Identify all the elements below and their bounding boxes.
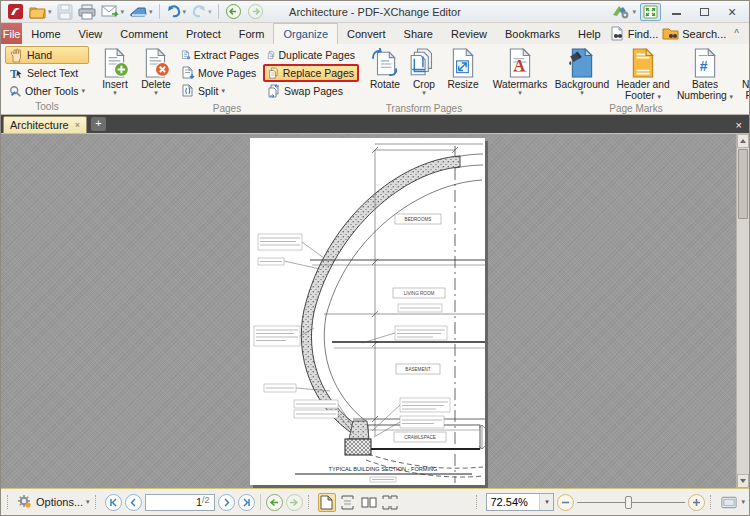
back-arrow-icon — [225, 3, 242, 20]
tab-review[interactable]: Review — [442, 23, 496, 44]
launch-application-button[interactable]: ▾ — [609, 2, 638, 21]
tab-file[interactable]: File — [1, 23, 22, 44]
resize-pages-button[interactable]: Resize — [443, 46, 483, 102]
scroll-down-button[interactable] — [737, 474, 749, 488]
tab-close-icon[interactable]: × — [75, 120, 80, 130]
move-pages-icon — [181, 66, 195, 80]
zoom-dropdown-caret-icon[interactable]: ▾ — [539, 494, 553, 510]
tab-bookmarks[interactable]: Bookmarks — [496, 23, 569, 44]
duplicate-pages-button[interactable]: Duplicate Pages — [263, 46, 359, 64]
print-button[interactable] — [76, 2, 98, 21]
other-tools-icon — [9, 84, 22, 99]
continuous-view-button[interactable] — [339, 493, 357, 512]
dropdown-caret-icon: ▾ — [518, 90, 522, 96]
tab-help[interactable]: Help — [569, 23, 610, 44]
history-forward-button[interactable] — [286, 494, 303, 511]
header-and-footer-button[interactable]: Header and Footer ▾ — [613, 46, 673, 102]
last-page-button[interactable] — [238, 494, 255, 511]
zoom-slider-thumb[interactable] — [625, 496, 632, 509]
app-logo-icon — [5, 2, 26, 21]
separator — [159, 4, 160, 19]
zoom-level-combobox[interactable]: ▾ — [486, 493, 554, 511]
single-page-view-button[interactable] — [318, 493, 336, 512]
crop-pages-button[interactable]: Crop ▾ — [405, 46, 443, 102]
delete-pages-button[interactable]: Delete ▾ — [135, 46, 177, 102]
document-canvas[interactable]: BEDROOMS LIVING ROOM BASEMENT CRAWLSPACE… — [1, 134, 749, 489]
previous-page-button[interactable] — [125, 494, 142, 511]
email-button[interactable]: ▾ — [99, 2, 127, 21]
tab-view[interactable]: View — [70, 23, 112, 44]
zoom-in-button[interactable] — [688, 494, 705, 511]
split-button[interactable]: Split ▾ — [177, 82, 263, 100]
two-page-view-button[interactable] — [360, 493, 378, 512]
new-tab-button[interactable]: + — [91, 117, 106, 131]
tab-protect[interactable]: Protect — [177, 23, 230, 44]
tab-organize[interactable]: Organize — [273, 23, 338, 44]
nav-back-button[interactable] — [223, 2, 244, 21]
first-page-button[interactable] — [105, 494, 122, 511]
fullscreen-toggle-button[interactable] — [640, 3, 661, 21]
search-button[interactable]: Search... — [662, 26, 726, 41]
redo-button[interactable]: ▾ — [189, 2, 214, 21]
scroll-up-button[interactable] — [737, 134, 749, 148]
zoom-slider[interactable] — [577, 494, 685, 511]
number-pages-label: Number Pages — [739, 79, 750, 101]
close-button[interactable]: × — [719, 3, 745, 20]
swap-pages-button[interactable]: Swap Pages — [263, 82, 359, 100]
find-button[interactable]: Find... — [610, 26, 659, 41]
nav-forward-button[interactable] — [245, 2, 266, 21]
page-number-field[interactable]: 1/2 — [145, 494, 215, 511]
split-label: Split — [198, 85, 218, 97]
maximize-button[interactable] — [691, 3, 717, 20]
scroll-up-icon — [740, 139, 746, 143]
tab-form[interactable]: Form — [230, 23, 274, 44]
next-page-button[interactable] — [218, 494, 235, 511]
fit-page-button[interactable] — [720, 493, 738, 512]
swap-pages-icon — [267, 84, 281, 98]
zoom-level-input[interactable] — [487, 496, 539, 508]
save-button[interactable] — [55, 2, 75, 21]
move-pages-button[interactable]: Move Pages — [177, 64, 263, 82]
rotate-pages-button[interactable]: Rotate — [365, 46, 405, 102]
group-label-tools: Tools — [5, 100, 89, 113]
hand-tool-button[interactable]: Hand — [5, 46, 89, 64]
zoom-out-icon — [561, 498, 570, 507]
tab-home[interactable]: Home — [22, 23, 69, 44]
options-button[interactable]: Options... ▾ — [17, 494, 90, 510]
close-document-button[interactable]: × — [736, 119, 749, 133]
collapse-ribbon-button[interactable]: ^ — [730, 28, 743, 39]
options-gear-icon — [17, 494, 33, 510]
number-pages-button[interactable]: 1..N Number Pages — [737, 46, 750, 102]
background-button[interactable]: Background ▾ — [551, 46, 613, 102]
insert-pages-button[interactable]: Insert ▾ — [95, 46, 135, 102]
last-page-icon — [242, 498, 251, 507]
dropdown-caret-icon: ▾ — [86, 498, 90, 506]
tab-convert[interactable]: Convert — [338, 23, 395, 44]
undo-button[interactable]: ▾ — [164, 2, 189, 21]
extract-pages-button[interactable]: Extract Pages — [177, 46, 263, 64]
bates-numbering-button[interactable]: # Bates Numbering ▾ — [673, 46, 737, 102]
zoom-in-icon — [692, 498, 701, 507]
vertical-scrollbar[interactable] — [736, 134, 749, 488]
search-icon — [662, 26, 679, 41]
fit-options-caret-icon[interactable]: ▾ — [741, 498, 745, 506]
tab-share[interactable]: Share — [395, 23, 442, 44]
pdf-page[interactable]: BEDROOMS LIVING ROOM BASEMENT CRAWLSPACE… — [250, 138, 485, 485]
other-tools-button[interactable]: Other Tools ▾ — [5, 82, 89, 100]
scan-button[interactable]: ▾ — [127, 2, 155, 21]
minimize-button[interactable] — [663, 3, 689, 20]
open-file-button[interactable]: ▾ — [27, 2, 54, 21]
separator — [260, 494, 261, 510]
scrollbar-thumb[interactable] — [738, 149, 748, 219]
rotate-icon — [370, 48, 400, 78]
select-text-button[interactable]: T Select Text — [5, 64, 89, 82]
document-tab-architecture[interactable]: Architecture × — [3, 116, 87, 133]
replace-pages-button[interactable]: Replace Pages — [263, 64, 359, 82]
history-back-button[interactable] — [266, 494, 283, 511]
tab-comment[interactable]: Comment — [111, 23, 177, 44]
watermarks-button[interactable]: A Watermarks ▾ — [489, 46, 551, 102]
crop-icon — [409, 48, 439, 78]
zoom-out-button[interactable] — [557, 494, 574, 511]
dropdown-caret-icon: ▾ — [208, 8, 212, 16]
two-page-continuous-view-button[interactable] — [381, 493, 399, 512]
